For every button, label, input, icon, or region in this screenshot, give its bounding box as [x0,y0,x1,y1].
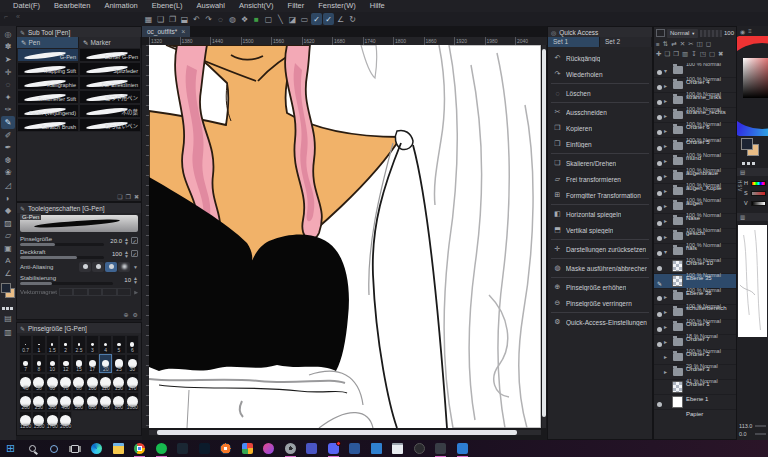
quick-access-item[interactable]: ◌ Löschen [548,85,652,101]
command-icon[interactable]: ↶ [191,13,202,25]
drawing-canvas[interactable] [149,45,541,428]
layer-visibility-eye-icon[interactable] [657,342,662,347]
quick-access-item[interactable]: ❏ Skalieren/Drehen [548,155,652,171]
layer-thumbnail[interactable] [673,172,683,180]
layer-expand-arrow[interactable]: ▸ [664,233,671,240]
brush-size-cell[interactable]: 1 [32,335,45,354]
command-icon[interactable]: ■ [251,13,262,25]
brush-size-cell[interactable]: 3 [86,335,99,354]
layer-thumbnail[interactable] [673,187,683,195]
color-wheel[interactable] [737,36,768,136]
aa-strong-button[interactable] [118,262,130,272]
layer-visibility-eye-icon[interactable] [657,266,662,271]
brush-size-stepper[interactable]: ▲▼ [124,237,129,245]
taskbar-icon[interactable] [262,442,275,455]
blend-mode-dropdown[interactable]: Normal ▼ [667,29,698,38]
layer-visibility-eye-icon[interactable] [657,327,662,332]
tool-button[interactable]: ◌ [1,78,15,91]
color-swatches[interactable] [1,283,15,305]
layer-expand-arrow[interactable]: ▸ [664,142,671,149]
brush-size-cell[interactable]: 100 [86,373,99,392]
brush-size-dynamics-button[interactable]: ✓ [131,237,138,244]
command-icon[interactable]: ❐ [167,13,178,25]
layer-thumbnail[interactable] [672,260,683,272]
layer-expand-arrow[interactable]: ▸ [664,308,671,315]
quick-access-item[interactable]: ⬒ Vertikal spiegeln [548,222,652,238]
layer-thumbnail[interactable] [673,232,683,240]
layer-action-icon[interactable]: ↧ [691,50,696,58]
tool-button[interactable]: ▨ [1,217,15,230]
navigator-preview[interactable] [738,225,767,337]
brush-item[interactable]: 髪つや用ペン [79,90,141,104]
hsv-side-tab[interactable]: HSV [737,180,742,192]
quick-access-set-tab[interactable]: Set 2 [600,37,652,47]
brush-size-cell[interactable]: 300 [46,392,59,411]
layer-action-icon[interactable]: ✂ [688,40,693,48]
brush-size-cell[interactable]: 60 [46,373,59,392]
layer-thumbnail[interactable] [673,247,683,255]
brush-size-cell[interactable]: 40 [19,373,32,392]
layer-visibility-eye-icon[interactable] [657,70,662,75]
quick-access-item[interactable]: ⚙ Quick-Access-Einstellungen [548,314,652,330]
command-icon[interactable]: ∠ [335,13,346,25]
layer-expand-arrow[interactable]: ▸ [664,157,671,164]
brush-size-cell[interactable]: 150 [112,373,125,392]
hue-slider[interactable] [751,181,766,186]
command-icon[interactable]: ↷ [203,13,214,25]
brush-size-cell[interactable]: 200 [19,392,32,411]
vertical-scrollbar-thumb[interactable] [542,49,546,417]
layer-visibility-eye-icon[interactable] [657,100,662,105]
menu-item[interactable]: Ebene(L) [145,0,190,12]
taskbar-icon[interactable] [413,442,426,455]
menu-item[interactable]: Auswahl [190,0,232,12]
navigator-rotation-slider[interactable] [755,433,766,435]
foreground-color-swatch[interactable] [741,138,753,150]
command-icon[interactable]: ◌ [215,13,226,25]
close-icon[interactable]: × [181,28,185,35]
swatch-mode-dots[interactable] [737,162,768,165]
tool-button[interactable]: ❆ [1,154,15,167]
tool-button[interactable]: ➤ [1,53,15,66]
taskbar-icon[interactable] [370,442,383,455]
quick-access-item[interactable]: ↶ Rückgängig [548,50,652,66]
menu-item[interactable]: Filter [281,0,312,12]
brush-size-cell[interactable]: 25 [112,354,125,373]
tool-button[interactable]: ◆ [1,204,15,217]
brush-size-cell[interactable]: 50 [32,373,45,392]
taskbar-icon[interactable] [69,442,82,455]
quick-access-item[interactable]: ⊕ Pinselgröße erhöhen [548,279,652,295]
layer-expand-arrow[interactable]: ▸ [664,202,671,209]
menu-item[interactable]: Datei(F) [6,0,47,12]
brush-item[interactable]: Spitzfeder [79,62,141,76]
layer-expand-arrow[interactable]: ▸ [664,368,671,375]
layer-thumbnail[interactable] [673,96,683,104]
layer-visibility-eye-icon[interactable] [657,402,662,407]
command-icon[interactable]: ✓ [323,13,334,25]
tool-button[interactable]: ✎ [1,116,15,129]
quick-access-set-tab[interactable]: Set 1 [548,37,600,47]
brush-size-cell[interactable]: 120 [99,373,112,392]
layer-visibility-eye-icon[interactable] [657,115,662,120]
brush-size-cell[interactable]: 1.5 [46,335,59,354]
taskbar-icon[interactable] [391,442,404,455]
layer-thumbnail[interactable] [673,126,683,134]
layer-visibility-eye-icon[interactable] [657,296,662,301]
navigator-zoom-slider[interactable] [755,425,766,427]
tool-button[interactable]: ✑ [1,104,15,117]
layer-visibility-eye-icon[interactable] [657,85,662,90]
brush-size-slider[interactable] [20,243,104,246]
tool-button[interactable]: ◗ [1,192,15,205]
brush-item[interactable]: Für Effektlinien [79,76,141,90]
tool-button[interactable]: A [1,255,15,268]
chevron-down-icon[interactable]: ▼ [133,264,138,270]
layer-action-icon[interactable]: ◫ [697,40,703,48]
command-icon[interactable]: ▦ [143,13,154,25]
layer-visibility-eye-icon[interactable] [657,191,662,196]
quick-access-item[interactable]: ❒ Einfügen [548,136,652,152]
layer-visibility-eye-icon[interactable] [657,161,662,166]
layer-row[interactable]: ✎ Papier [654,395,736,410]
tool-strip-extra-icon[interactable]: ▥ [1,326,15,339]
brush-size-cell[interactable]: 700 [99,392,112,411]
layer-action-icon[interactable]: ✖ [718,50,723,58]
command-icon[interactable]: ◪ [287,13,298,25]
